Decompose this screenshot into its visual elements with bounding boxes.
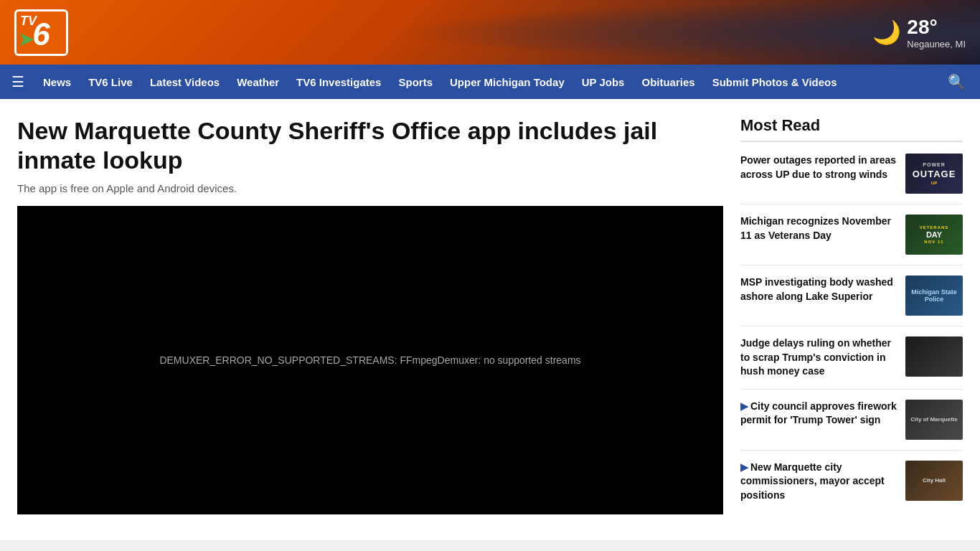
sidebar-thumb-judge: [905, 336, 963, 377]
sidebar-most-read: Most Read Power outages reported in area…: [740, 116, 963, 523]
article-subtitle: The app is free on Apple and Android dev…: [17, 182, 723, 194]
logo-area[interactable]: TV 6 ➤: [14, 9, 68, 56]
article-title: New Marquette County Sheriff's Office ap…: [17, 116, 723, 175]
sidebar-thumb-power-outages: POWER OUTAGE UP: [905, 154, 963, 194]
sidebar-item-city-council[interactable]: ▶City council approves firework permit f…: [740, 400, 963, 451]
sidebar-item-power-outages[interactable]: Power outages reported in areas across U…: [740, 154, 963, 204]
sidebar-item-veterans-day[interactable]: Michigan recognizes November 11 as Veter…: [740, 215, 963, 265]
nav-item-news[interactable]: News: [34, 65, 80, 99]
sidebar-title: Most Read: [740, 116, 963, 142]
top-bar: TV 6 ➤ 🌙 28° Negaunee, MI: [0, 0, 980, 65]
nav-item-sports[interactable]: Sports: [390, 65, 441, 99]
sidebar-item-text-msp-body: MSP investigating body washed ashore alo…: [740, 276, 898, 303]
sidebar-item-new-marquette[interactable]: ▶New Marquette city commissioners, mayor…: [740, 461, 963, 513]
sidebar-thumb-council: City of Marquette: [905, 400, 963, 440]
nav-item-latest-videos[interactable]: Latest Videos: [141, 65, 228, 99]
sidebar-thumb-msp: Michigan State Police: [905, 276, 963, 316]
sidebar-item-text-veterans-day: Michigan recognizes November 11 as Veter…: [740, 215, 898, 242]
sidebar-item-text-city-council: ▶City council approves firework permit f…: [740, 400, 898, 428]
article-area: New Marquette County Sheriff's Office ap…: [17, 116, 740, 523]
play-icon-2: ▶: [740, 461, 748, 473]
weather-widget[interactable]: 🌙 28° Negaunee, MI: [872, 16, 966, 50]
weather-location: Negaunee, MI: [907, 39, 966, 50]
sidebar-thumb-veterans-day: VETERANS DAY NOV 11: [905, 215, 963, 255]
logo-arrow-icon: ➤: [18, 27, 34, 51]
nav-item-submit-photos-videos[interactable]: Submit Photos & Videos: [704, 65, 846, 99]
sidebar-item-text-new-marquette: ▶New Marquette city commissioners, mayor…: [740, 461, 898, 503]
video-error-message: DEMUXER_ERROR_NO_SUPPORTED_STREAMS: FFmp…: [145, 340, 595, 380]
weather-icon: 🌙: [872, 19, 901, 46]
sidebar-thumb-city: City Hall: [905, 461, 963, 501]
nav-item-upper-michigan-today[interactable]: Upper Michigan Today: [441, 65, 573, 99]
sidebar-item-text-power-outages: Power outages reported in areas across U…: [740, 154, 898, 182]
sidebar-item-judge-delays[interactable]: Judge delays ruling on whether to scrap …: [740, 336, 963, 390]
nav-item-tv6-investigates[interactable]: TV6 Investigates: [288, 65, 390, 99]
main-content: New Marquette County Sheriff's Office ap…: [0, 99, 980, 540]
tv6-logo[interactable]: TV 6 ➤: [14, 9, 68, 56]
video-player[interactable]: DEMUXER_ERROR_NO_SUPPORTED_STREAMS: FFmp…: [17, 206, 723, 514]
weather-temperature: 28°: [907, 16, 966, 39]
nav-bar: ☰ News TV6 Live Latest Videos Weather TV…: [0, 65, 980, 99]
logo-tv-text: TV: [20, 14, 37, 27]
hamburger-menu-icon[interactable]: ☰: [9, 73, 34, 90]
nav-item-weather[interactable]: Weather: [228, 65, 288, 99]
sidebar-item-text-judge-delays: Judge delays ruling on whether to scrap …: [740, 336, 898, 379]
nav-item-up-jobs[interactable]: UP Jobs: [573, 65, 633, 99]
nav-item-tv6live[interactable]: TV6 Live: [80, 65, 141, 99]
play-icon: ▶: [740, 400, 748, 412]
search-icon[interactable]: 🔍: [942, 73, 971, 90]
nav-item-obituaries[interactable]: Obituaries: [633, 65, 703, 99]
sidebar-item-msp-body[interactable]: MSP investigating body washed ashore alo…: [740, 276, 963, 326]
